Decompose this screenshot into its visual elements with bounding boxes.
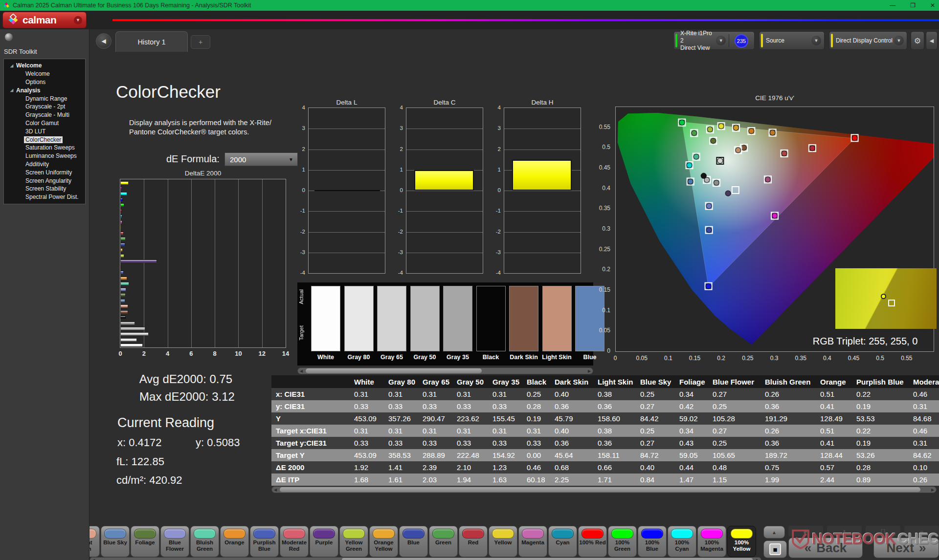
stop-measure-button[interactable]: ■ — [763, 540, 787, 558]
scroll-left-icon[interactable]: ◀ — [298, 368, 305, 374]
patch-button-orange-yellow[interactable]: Orange Yellow — [369, 526, 398, 557]
deltae-bar-purplish-blue — [120, 271, 124, 274]
display-control-status-stripe — [831, 34, 833, 47]
sidebar-item-color-gamut[interactable]: Color Gamut — [4, 119, 85, 128]
table-row-e-itp: ΔE ITP1.681.612.031.941.6360.182.251.710… — [271, 474, 939, 486]
calman-logo-text: calman — [22, 14, 56, 26]
display-control-caret-icon[interactable]: ▼ — [894, 36, 904, 45]
delta-l-chart — [308, 108, 385, 274]
deltae-bar-100-blue — [120, 198, 123, 201]
scroll-left-icon[interactable]: ◀ — [90, 558, 97, 560]
patch-button-100-magenta[interactable]: 100% Magenta — [697, 526, 726, 557]
col-header-gray-35: Gray 35 — [488, 378, 522, 386]
tree-expander-icon[interactable]: ◢ — [10, 64, 16, 68]
patch-button-yellow[interactable]: Yellow — [489, 526, 517, 557]
tree-expander-icon[interactable]: ◢ — [10, 88, 16, 92]
sidebar-item-colorchecker[interactable]: ColorChecker — [4, 135, 85, 144]
display-control-dropdown[interactable]: Direct Display Control ▼ — [829, 31, 907, 50]
de-formula-value: 2000 — [230, 155, 246, 164]
close-button[interactable]: ✕ — [930, 2, 935, 9]
patch-button-blue-sky[interactable]: Blue Sky — [101, 526, 130, 557]
patch-color-swatch — [373, 529, 395, 538]
table-scrollbar[interactable]: ◀ ▶ — [271, 486, 937, 493]
sidebar-item-screen-uniformity[interactable]: Screen Uniformity — [4, 168, 85, 176]
scroll-right-icon[interactable]: ▶ — [586, 368, 593, 374]
patch-button-cyan[interactable]: Cyan — [548, 526, 577, 557]
sidebar-item-screen-angularity[interactable]: Screen Angularity — [4, 176, 85, 185]
sidebar-item-analysis[interactable]: ◢Analysis — [4, 86, 85, 94]
patch-button-blue-flower[interactable]: Blue Flower — [160, 526, 189, 557]
back-button[interactable]: « Back — [788, 538, 863, 558]
patch-button-light-skin[interactable]: Light Skin — [89, 526, 100, 557]
maximize-button[interactable]: ❐ — [910, 2, 916, 9]
patch-button-yellow-green[interactable]: Yellow Green — [339, 526, 368, 557]
patch-button-green[interactable]: Green — [429, 526, 458, 557]
panel-collapse-button[interactable]: ◀ — [926, 31, 938, 50]
scroll-left-icon[interactable]: ◀ — [272, 487, 279, 493]
deltae-bar-blue-flower — [120, 288, 126, 291]
patch-button-blue[interactable]: Blue — [399, 526, 428, 557]
sidebar-item-dynamic-range[interactable]: Dynamic Range — [4, 94, 85, 103]
sidebar-item-saturation-sweeps[interactable]: Saturation Sweeps — [4, 144, 85, 152]
swatch-panel-scrollbar[interactable]: ◀ ▶ — [297, 367, 593, 374]
next-button[interactable]: Next » — [873, 538, 939, 558]
calman-menu-button[interactable]: calman ▼ — [2, 12, 87, 28]
tab-history-1[interactable]: History 1 — [115, 31, 188, 52]
patch-button-magenta[interactable]: Magenta — [518, 526, 547, 557]
sidebar-item-grayscale-multi[interactable]: Grayscale - Multi — [4, 111, 85, 119]
current-reading-title: Current Reading — [117, 415, 214, 431]
patch-color-swatch — [164, 529, 186, 538]
title-bar: Calman 2025 Calman Ultimate for Business… — [0, 0, 939, 11]
meter-caret-icon[interactable]: ▼ — [716, 36, 726, 45]
col-header-light-skin: Light Skin — [593, 378, 636, 386]
patch-button-foliage[interactable]: Foliage — [131, 526, 159, 557]
patch-color-swatch — [253, 529, 275, 538]
sidebar-item-grayscale-2pt[interactable]: Grayscale - 2pt — [4, 103, 85, 111]
sidebar-collapse-button[interactable]: ◀ — [96, 33, 112, 49]
transport-buttons-partial[interactable]: ▶⏸[¨]∞ — [788, 526, 939, 537]
sidebar-item-options[interactable]: Options — [4, 78, 85, 86]
sidebar-item-welcome[interactable]: Welcome — [4, 70, 85, 78]
patch-button-purple[interactable]: Purple — [310, 526, 338, 557]
sidebar-item-welcome[interactable]: ◢Welcome — [4, 62, 85, 70]
patch-button-red[interactable]: Red — [459, 526, 488, 557]
scroll-right-icon[interactable]: ▶ — [929, 487, 936, 493]
sidebar-item-luminance-sweeps[interactable]: Luminance Sweeps — [4, 152, 85, 160]
de-formula-select[interactable]: 2000 ▼ — [224, 152, 298, 166]
meter-count-badge[interactable]: 235 — [735, 34, 748, 48]
source-caret-icon[interactable]: ▼ — [811, 36, 821, 45]
scroll-right-icon[interactable]: ▶ — [754, 558, 761, 560]
patch-button-100-blue[interactable]: 100% Blue — [638, 526, 667, 557]
deltae-x-tick: 12 — [258, 350, 265, 357]
patch-button-100-red[interactable]: 100% Red — [578, 526, 607, 557]
patch-color-swatch — [224, 529, 246, 538]
patch-button-100-yellow[interactable]: 100% Yellow — [727, 526, 756, 557]
settings-button[interactable]: ⚙ — [911, 31, 924, 50]
source-dropdown[interactable]: Source ▼ — [759, 31, 825, 50]
calman-menu-caret-icon[interactable]: ▼ — [74, 16, 82, 24]
patch-button-100-green[interactable]: 100% Green — [608, 526, 637, 557]
patch-button-purplish-blue[interactable]: Purplish Blue — [250, 526, 279, 557]
patch-button-100-cyan[interactable]: 100% Cyan — [668, 526, 696, 557]
meter-dropdown[interactable]: X-Rite i1Pro 2 Direct View ▼ 235 — [673, 31, 755, 50]
chevron-down-icon: ▼ — [289, 157, 293, 162]
patch-color-swatch — [89, 529, 96, 538]
deltae-bar-dark-skin — [120, 310, 128, 314]
swatch-dark-skin — [509, 286, 538, 351]
strip-expand-button[interactable]: ▲ — [763, 526, 785, 538]
col-header-gray-80: Gray 80 — [384, 378, 418, 386]
patch-button-moderate-red[interactable]: Moderate Red — [280, 526, 309, 557]
patch-strip-scrollbar[interactable]: ◀ ▶ — [89, 557, 761, 560]
patch-button-orange[interactable]: Orange — [220, 526, 249, 557]
sidebar-item-screen-stability[interactable]: Screen Stability — [4, 185, 85, 193]
deltae-bar-gray-80 — [120, 338, 137, 342]
sidebar-item-3d-lut[interactable]: 3D LUT — [4, 127, 85, 135]
deltae-x-tick: 0 — [118, 350, 122, 357]
minimize-button[interactable]: — — [890, 2, 895, 9]
add-tab-button[interactable]: + — [191, 35, 210, 49]
avg-de2000-readout: Avg dE2000: 0.75 — [117, 372, 254, 386]
patch-button-bluish-green[interactable]: Bluish Green — [190, 526, 219, 557]
sidebar-item-additivity[interactable]: Additivity — [4, 160, 85, 169]
patch-color-swatch — [492, 529, 514, 538]
sidebar-item-spectral-power-dist[interactable]: Spectral Power Dist. — [4, 193, 85, 201]
